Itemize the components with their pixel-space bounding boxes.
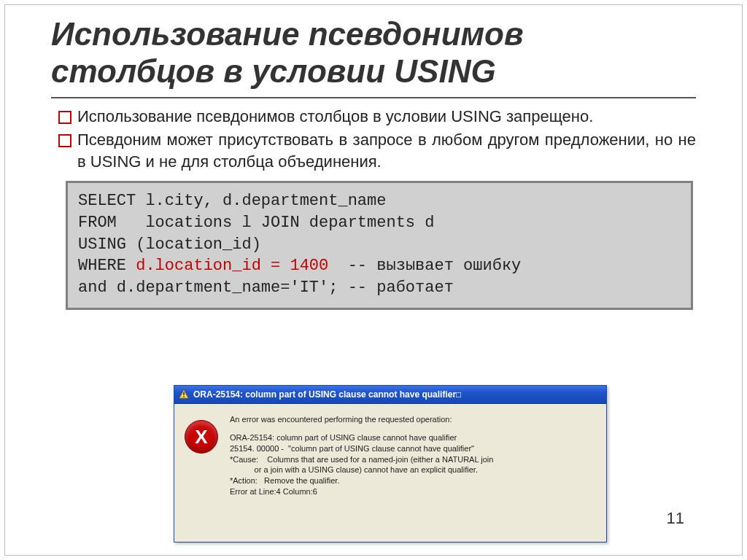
svg-rect-2 bbox=[183, 396, 185, 397]
error-x-icon: X bbox=[185, 420, 218, 454]
title-line1: Использование псевдонимов bbox=[51, 16, 524, 52]
bullet-item: Использование псевдонимов столбцов в усл… bbox=[57, 106, 696, 128]
error-line: ORA-25154: column part of USING clause c… bbox=[230, 432, 493, 443]
warning-icon bbox=[179, 389, 189, 400]
error-text: An error was encountered performing the … bbox=[230, 414, 493, 497]
svg-rect-1 bbox=[183, 392, 185, 395]
bullet-item: Псевдоним может присутствовать в запросе… bbox=[57, 129, 696, 172]
error-titlebar: ORA-25154: column part of USING clause c… bbox=[174, 386, 606, 404]
code-error-highlight: d.location_id = 1400 bbox=[136, 257, 328, 275]
error-line: *Action: Remove the qualifier. bbox=[230, 475, 493, 486]
error-dialog: ORA-25154: column part of USING clause c… bbox=[174, 385, 607, 542]
page-number: 11 bbox=[667, 509, 684, 528]
code-line: USING (location_id) bbox=[78, 236, 261, 254]
code-block: SELECT l.city, d.department_name FROM lo… bbox=[66, 181, 693, 309]
error-line: *Cause: Columns that are used for a name… bbox=[230, 454, 493, 465]
slide-title: Использование псевдонимов столбцов в усл… bbox=[51, 16, 696, 90]
error-line: Error at Line:4 Column:6 bbox=[230, 486, 493, 497]
title-line2: столбцов в условии USING bbox=[51, 53, 496, 89]
error-x-letter: X bbox=[195, 426, 207, 448]
error-line: 25154. 00000 - "column part of USING cla… bbox=[230, 443, 493, 454]
code-line-part: WHERE bbox=[78, 257, 136, 275]
code-line: FROM locations l JOIN departments d bbox=[78, 214, 434, 232]
error-intro: An error was encountered performing the … bbox=[230, 414, 493, 425]
code-line: SELECT l.city, d.department_name bbox=[78, 192, 386, 210]
error-body: X An error was encountered performing th… bbox=[174, 404, 606, 503]
title-underline bbox=[51, 97, 696, 98]
bullet-list: Использование псевдонимов столбцов в усл… bbox=[57, 106, 696, 172]
slide: Использование псевдонимов столбцов в усл… bbox=[0, 0, 747, 560]
error-line: or a join with a USING clause) cannot ha… bbox=[230, 464, 493, 475]
code-line: and d.department_name='IT'; -- работает bbox=[78, 279, 454, 297]
code-line-part: -- вызывает ошибку bbox=[328, 257, 521, 275]
error-title-text: ORA-25154: column part of USING clause c… bbox=[193, 389, 461, 400]
